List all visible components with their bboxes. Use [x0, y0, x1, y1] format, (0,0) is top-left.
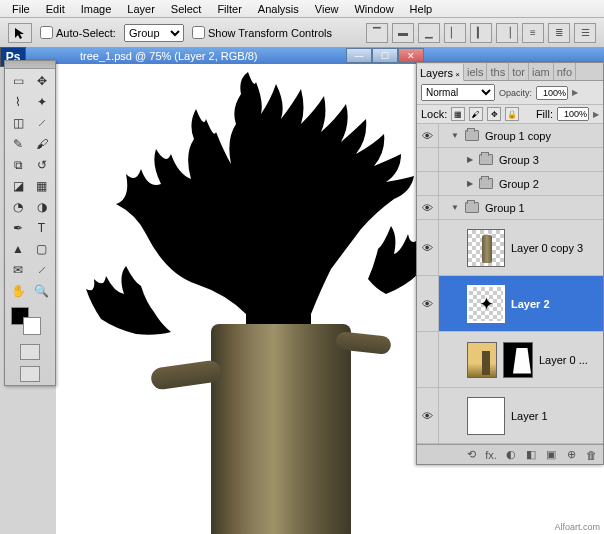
hand-tool-icon[interactable]: ✋ — [7, 281, 29, 301]
layer-0-copy-3[interactable]: 👁 Layer 0 copy 3 — [417, 220, 603, 276]
screen-mode-toggle[interactable] — [5, 363, 55, 385]
visibility-eye-icon[interactable]: 👁 — [422, 242, 433, 254]
layer-group-1-copy[interactable]: 👁 ▼Group 1 copy — [417, 124, 603, 148]
align-bottom-icon[interactable]: ▁ — [418, 23, 440, 43]
visibility-eye-icon[interactable]: 👁 — [422, 298, 433, 310]
layer-thumbnail[interactable] — [467, 285, 505, 323]
layer-name: Group 3 — [499, 154, 539, 166]
distribute-top-icon[interactable]: ≡ — [522, 23, 544, 43]
layer-group-2[interactable]: ▶Group 2 — [417, 172, 603, 196]
align-right-icon[interactable]: ▕ — [496, 23, 518, 43]
new-layer-icon[interactable]: ⊕ — [563, 448, 579, 461]
notes-tool-icon[interactable]: ✉ — [7, 260, 29, 280]
lock-all-icon[interactable]: 🔒 — [505, 107, 519, 121]
pen-tool-icon[interactable]: ✒ — [7, 218, 29, 238]
distribute-bottom-icon[interactable]: ☰ — [574, 23, 596, 43]
tab-layers[interactable]: Layers — [417, 64, 464, 81]
tab-history[interactable]: tor — [509, 63, 529, 80]
color-swatches[interactable] — [5, 303, 55, 341]
gradient-tool-icon[interactable]: ▦ — [31, 176, 53, 196]
path-select-tool-icon[interactable]: ▲ — [7, 239, 29, 259]
lock-position-icon[interactable]: ✥ — [487, 107, 501, 121]
menu-view[interactable]: View — [307, 1, 347, 17]
layer-group-1[interactable]: 👁 ▼Group 1 — [417, 196, 603, 220]
auto-select-mode[interactable]: Group — [124, 24, 184, 42]
delete-layer-icon[interactable]: 🗑 — [583, 449, 599, 461]
opacity-input[interactable] — [536, 86, 568, 100]
fill-input[interactable] — [557, 107, 589, 121]
layer-blend-row: Normal Opacity: ▶ — [417, 81, 603, 105]
history-brush-tool-icon[interactable]: ↺ — [31, 155, 53, 175]
layer-thumbnail[interactable] — [467, 342, 497, 378]
expand-arrow-icon[interactable]: ▶ — [467, 155, 473, 164]
menu-analysis[interactable]: Analysis — [250, 1, 307, 17]
link-layers-icon[interactable]: ⟲ — [463, 448, 479, 461]
rect-marquee-tool-icon[interactable]: ▭ — [7, 71, 29, 91]
layer-thumbnail[interactable] — [467, 229, 505, 267]
visibility-eye-icon[interactable]: 👁 — [422, 130, 433, 142]
layer-group-icon[interactable]: ▣ — [543, 448, 559, 461]
clone-stamp-tool-icon[interactable]: ⧉ — [7, 155, 29, 175]
menu-help[interactable]: Help — [402, 1, 441, 17]
shape-tool-icon[interactable]: ▢ — [31, 239, 53, 259]
crop-tool-icon[interactable]: ◫ — [7, 113, 29, 133]
type-tool-icon[interactable]: T — [31, 218, 53, 238]
layer-2-selected[interactable]: 👁 Layer 2 — [417, 276, 603, 332]
lasso-tool-icon[interactable]: ⌇ — [7, 92, 29, 112]
layer-0[interactable]: Layer 0 ... — [417, 332, 603, 388]
menu-layer[interactable]: Layer — [119, 1, 163, 17]
align-top-icon[interactable]: ▔ — [366, 23, 388, 43]
magic-wand-tool-icon[interactable]: ✦ — [31, 92, 53, 112]
expand-arrow-icon[interactable]: ▶ — [467, 179, 473, 188]
dodge-tool-icon[interactable]: ◑ — [31, 197, 53, 217]
layer-mask-thumbnail[interactable] — [503, 342, 533, 378]
lock-transparency-icon[interactable]: ▦ — [451, 107, 465, 121]
visibility-eye-icon[interactable]: 👁 — [422, 410, 433, 422]
menu-window[interactable]: Window — [346, 1, 401, 17]
menu-file[interactable]: File — [4, 1, 38, 17]
align-left-icon[interactable]: ▏ — [444, 23, 466, 43]
blur-tool-icon[interactable]: ◔ — [7, 197, 29, 217]
quick-mask-toggle[interactable] — [5, 341, 55, 363]
menu-image[interactable]: Image — [73, 1, 120, 17]
align-hcenter-icon[interactable]: ▎ — [470, 23, 492, 43]
distribute-vcenter-icon[interactable]: ≣ — [548, 23, 570, 43]
layer-fx-icon[interactable]: fx. — [483, 449, 499, 461]
collapse-arrow-icon[interactable]: ▼ — [451, 203, 459, 212]
visibility-eye-icon[interactable]: 👁 — [422, 202, 433, 214]
auto-select-label: Auto-Select: — [56, 27, 116, 39]
blend-mode-select[interactable]: Normal — [421, 84, 495, 101]
background-color-swatch[interactable] — [23, 317, 41, 335]
tab-paths[interactable]: ths — [487, 63, 509, 80]
healing-brush-tool-icon[interactable]: ✎ — [7, 134, 29, 154]
brush-tool-icon[interactable]: 🖌 — [31, 134, 53, 154]
opacity-flyout-icon[interactable]: ▶ — [572, 88, 578, 97]
show-transform-input[interactable] — [192, 26, 205, 39]
fill-flyout-icon[interactable]: ▶ — [593, 110, 599, 119]
tab-channels[interactable]: iels — [464, 63, 488, 80]
adjustment-layer-icon[interactable]: ◧ — [523, 448, 539, 461]
collapse-arrow-icon[interactable]: ▼ — [451, 131, 459, 140]
menu-select[interactable]: Select — [163, 1, 210, 17]
layer-1[interactable]: 👁 Layer 1 — [417, 388, 603, 444]
auto-select-input[interactable] — [40, 26, 53, 39]
menu-edit[interactable]: Edit — [38, 1, 73, 17]
eraser-tool-icon[interactable]: ◪ — [7, 176, 29, 196]
layers-panel: Layers iels ths tor iam nfo Normal Opaci… — [416, 62, 604, 465]
layer-mask-icon[interactable]: ◐ — [503, 448, 519, 461]
auto-select-checkbox[interactable]: Auto-Select: — [40, 26, 116, 39]
slice-tool-icon[interactable]: ⟋ — [31, 113, 53, 133]
layer-thumbnail[interactable] — [467, 397, 505, 435]
align-vcenter-icon[interactable]: ▬ — [392, 23, 414, 43]
toolbox-grip[interactable] — [5, 61, 55, 69]
menu-filter[interactable]: Filter — [209, 1, 249, 17]
lock-image-icon[interactable]: 🖌 — [469, 107, 483, 121]
move-tool-icon[interactable]: ✥ — [31, 71, 53, 91]
show-transform-checkbox[interactable]: Show Transform Controls — [192, 26, 332, 39]
eyedropper-tool-icon[interactable]: ⟋ — [31, 260, 53, 280]
tab-histogram[interactable]: iam — [529, 63, 554, 80]
tab-info[interactable]: nfo — [554, 63, 576, 80]
move-tool-indicator[interactable] — [8, 23, 32, 43]
layer-group-3[interactable]: ▶Group 3 — [417, 148, 603, 172]
zoom-tool-icon[interactable]: 🔍 — [31, 281, 53, 301]
